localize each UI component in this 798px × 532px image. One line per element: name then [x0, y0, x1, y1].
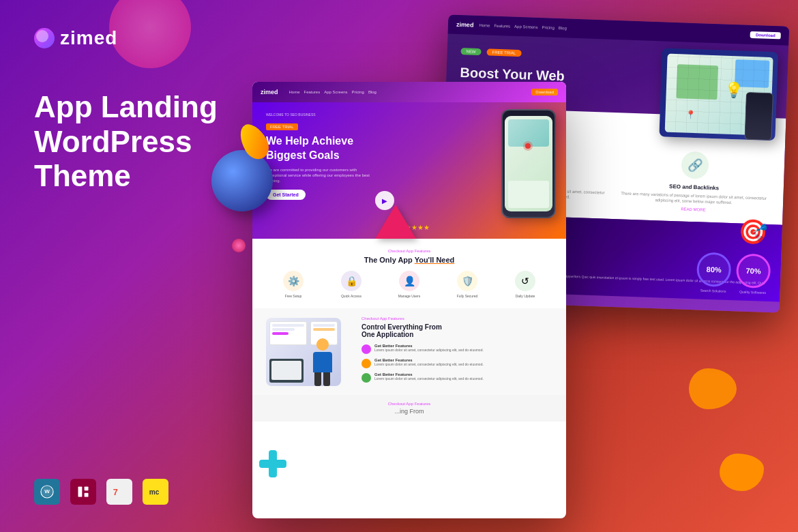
front-mock-control: Checkout App Features Control Everything…	[252, 308, 566, 395]
marketing-3d-shapes: 🎯	[738, 218, 769, 247]
front-feat-icon-1: ⚙️	[283, 271, 304, 291]
front-feat-icons: ⚙️ Free Setup 🔒 Quick Access 👤 Manage Us…	[266, 271, 552, 298]
back-nav-pricing: Pricing	[542, 25, 555, 30]
svg-text:W: W	[44, 488, 50, 494]
ctrl-item-2: Get Better Features Lorem ipsum dolor si…	[361, 358, 552, 368]
ctrl-text-1: Lorem ipsum dolor sit amet, consectetur …	[374, 348, 484, 353]
back-nav-logo: zimed	[456, 21, 474, 29]
left-panel: zimed App Landing WordPress Theme W 7	[0, 0, 252, 532]
decorative-triangle	[375, 205, 416, 239]
front-nav-features: Features	[304, 90, 321, 94]
main-title-area: App Landing WordPress Theme	[34, 90, 218, 194]
tagline-line2: WordPress	[34, 125, 192, 158]
svg-rect-4	[85, 493, 89, 497]
front-feat-item-2: 🔒 Quick Access	[327, 271, 375, 298]
back-feat-icon-2: 🔗	[681, 151, 709, 179]
front-feat-label-5: Daily Update	[501, 294, 549, 298]
svg-rect-2	[78, 487, 83, 497]
front-feat-title: The Only App You'll Need	[266, 256, 552, 264]
front-feat-label-4: Fully Secured	[443, 294, 491, 298]
back-mkt-circle-ring-1: 80%	[696, 252, 732, 287]
ctrl-dot-1	[361, 344, 371, 354]
tagline-line3: Theme	[34, 159, 131, 192]
back-mkt-circle-label-1: Search Solutions	[696, 288, 730, 293]
phone-map-dot	[525, 143, 531, 149]
front-feat-icon-3: 👤	[399, 271, 419, 291]
front-feat-item-5: ↺ Daily Update	[501, 271, 549, 298]
front-feat-item-4: 🛡️ Fully Secured	[443, 271, 491, 298]
back-feat-text-2: There are many variations of passage of …	[618, 190, 770, 207]
back-mkt-circle-label-2: Quality Softwares	[735, 289, 769, 295]
front-hero-title: We Help Achieve Biggest Goals	[266, 134, 389, 163]
svg-rect-3	[85, 487, 89, 491]
ctrl-item-3: Get Better Features Lorem ipsum dolor si…	[361, 372, 552, 383]
ctrl-text-2: Lorem ipsum dolor sit amet, consectetur …	[374, 362, 484, 367]
back-mkt-circle-2: 70% Quality Softwares	[735, 253, 771, 295]
back-nav-features: Features	[494, 24, 510, 29]
ctrl-badge: Checkout App Features	[361, 316, 552, 321]
back-nav-home: Home	[479, 23, 490, 28]
front-feat-label-3: Manage Users	[385, 294, 433, 298]
decorative-teal-cross	[259, 450, 286, 477]
bottom-badge: Checkout App Features	[266, 402, 552, 406]
ctrl-item-1: Get Better Features Lorem ipsum dolor si…	[361, 344, 552, 354]
ctrl-dot-2	[361, 359, 371, 368]
elementor-icon	[70, 479, 96, 505]
contact-form-icon: 7	[106, 479, 132, 505]
back-nav-blog: Blog	[559, 26, 567, 30]
front-hero-desc: We are committed to providing our custom…	[266, 167, 375, 184]
front-feat-icon-5: ↺	[515, 271, 535, 291]
person-illustration	[307, 338, 338, 386]
tagline: App Landing WordPress Theme	[34, 90, 218, 194]
front-feat-item-3: 👤 Manage Users	[385, 271, 433, 298]
front-bottom-teaser: Checkout App Features ...ing From	[252, 395, 566, 422]
front-nav-blog: Blog	[368, 90, 376, 94]
phone-beside-monitor	[744, 92, 773, 141]
front-feat-label-1: Free Setup	[269, 294, 317, 298]
ctrl-title: Control Everything From One Application	[361, 323, 552, 338]
phone-screen	[505, 116, 552, 211]
front-nav-logo: zimed	[261, 89, 278, 95]
tagline-line1: App Landing	[34, 90, 218, 123]
plugin-icons-bar: W 7 mc	[34, 479, 218, 505]
front-feat-icon-2: 🔒	[341, 271, 361, 291]
front-nav-links: Home Features App Screens Pricing Blog	[289, 90, 376, 94]
front-feat-label-2: Quick Access	[327, 294, 375, 298]
front-nav-screens: App Screens	[324, 90, 347, 94]
logo-area: zimed	[34, 27, 218, 49]
front-feat-badge: Checkout App Features	[266, 249, 552, 253]
back-nav-links: Home Features App Screens Pricing Blog	[479, 23, 567, 30]
back-hero-badge-trial: FREE TRIAL	[486, 48, 521, 57]
bulb-icon: 💡	[724, 81, 743, 100]
back-mkt-circles: 80% Search Solutions 70% Quality Softwar…	[696, 252, 771, 295]
svg-text:7: 7	[113, 487, 118, 497]
back-nav-download-btn[interactable]: Download	[750, 31, 781, 40]
front-nav-home: Home	[289, 90, 300, 94]
front-nav-download-btn[interactable]: Download	[531, 89, 558, 95]
screenshots-area: zimed Home Features App Screens Pricing …	[239, 0, 798, 532]
mailchimp-icon: mc	[143, 479, 168, 505]
front-hero-badge: FREE TRIAL	[266, 123, 298, 130]
back-nav-screens: App Screens	[514, 25, 538, 29]
back-feat-card-2: 🔗 SEO and Backlinks There are many varia…	[617, 149, 771, 213]
front-nav-pricing: Pricing	[352, 90, 364, 94]
front-feat-item-1: ⚙️ Free Setup	[269, 271, 317, 298]
front-mock-nav: zimed Home Features App Screens Pricing …	[252, 82, 566, 102]
control-text: Checkout App Features Control Everything…	[358, 316, 552, 387]
wordpress-icon: W	[34, 479, 60, 505]
back-hero-badge-new: NEW	[460, 48, 481, 55]
front-hero-phone	[501, 109, 556, 218]
front-feat-icon-4: 🛡️	[457, 271, 477, 291]
back-mkt-circle-ring-2: 70%	[736, 253, 771, 289]
screenshot-front: zimed Home Features App Screens Pricing …	[252, 82, 566, 518]
ctrl-dot-3	[361, 373, 371, 383]
svg-text:mc: mc	[149, 488, 160, 496]
back-mkt-circle-1: 80% Search Solutions	[696, 252, 732, 293]
front-mock-features: Checkout App Features The Only App You'l…	[252, 239, 566, 308]
ctrl-text-3: Lorem ipsum dolor sit amet, consectetur …	[374, 376, 484, 381]
control-illustration	[266, 318, 348, 386]
logo-icon	[34, 28, 55, 48]
front-hero-btn[interactable]: Get Started	[266, 190, 306, 200]
brand-name: zimed	[60, 27, 117, 49]
bottom-text: ...ing From	[266, 408, 552, 415]
